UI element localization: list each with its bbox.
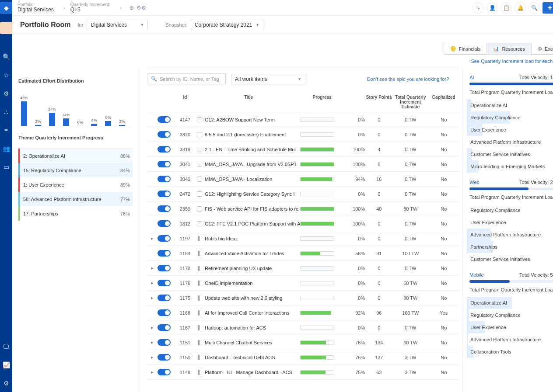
- clipboard-icon[interactable]: 📋: [500, 2, 512, 14]
- col-capitalized[interactable]: Capitalized: [428, 95, 459, 109]
- row-title[interactable]: MMA_OPS_JAVA - Upgrade from V2.0SP1: [205, 162, 297, 167]
- include-toggle[interactable]: [158, 235, 171, 242]
- program-line[interactable]: Customer Service Initiatives0%: [469, 253, 553, 265]
- program-line[interactable]: Regulatory Compliance41%: [469, 111, 553, 124]
- expand-icon[interactable]: ▸: [147, 280, 158, 286]
- row-title[interactable]: AI for Improved Call Center Interactions: [205, 310, 289, 316]
- row-title[interactable]: Retirement planning UX update: [205, 266, 272, 271]
- col-progress[interactable]: Progress: [300, 95, 344, 109]
- row-title[interactable]: G12: FFE V2.1 POC Platform Support with …: [205, 221, 300, 226]
- user-avatar[interactable]: [0, 22, 12, 34]
- expand-icon[interactable]: ▸: [147, 340, 158, 345]
- tab-financials[interactable]: 🪙Financials: [444, 43, 487, 55]
- col-story-points[interactable]: Story Points: [365, 95, 393, 109]
- create-button[interactable]: ✚Create: [542, 2, 553, 14]
- include-toggle[interactable]: [158, 161, 171, 167]
- expand-icon[interactable]: ▸: [147, 369, 158, 375]
- program-name[interactable]: Mobile: [469, 272, 483, 278]
- snapshot-select[interactable]: Corporate Strategy 2021▼: [191, 20, 263, 30]
- program-line[interactable]: Partnerships25%: [469, 241, 553, 253]
- bell-icon[interactable]: 🔔: [514, 2, 526, 14]
- theme-row[interactable]: 17: Partnerships78%: [18, 206, 133, 221]
- theme-row[interactable]: 58: Advanced Platform Infrastructure77%: [18, 192, 133, 206]
- row-title[interactable]: 8.5.5 and 2.1 (forecaster) Enablement: [205, 132, 286, 137]
- expand-icon[interactable]: ▸: [147, 265, 158, 271]
- tab-execution[interactable]: ◎Execution: [531, 43, 553, 55]
- search-input[interactable]: 🔍Search by ID, Name, or Tag: [147, 73, 226, 84]
- monitor-icon[interactable]: 🖵: [1, 341, 11, 352]
- row-title[interactable]: FIS - Web service API for FIS adapters t…: [205, 206, 298, 212]
- breadcrumb-portfolio[interactable]: Portfolio: Digital Services: [18, 2, 54, 13]
- program-name[interactable]: AI: [469, 75, 474, 80]
- include-toggle[interactable]: [158, 280, 171, 286]
- row-title[interactable]: Advanced Voice Activation for Trades: [205, 251, 284, 256]
- strategy-icon[interactable]: ⚙: [1, 88, 11, 99]
- breadcrumb-quarterly-increment[interactable]: Quarterly Increment: QI-5: [70, 2, 110, 13]
- row-title[interactable]: MMA_OPS_JAVA - Localization: [205, 177, 272, 182]
- program-line[interactable]: Advanced Platform Infrastructure1%: [469, 333, 553, 346]
- work-items-filter[interactable]: All work items▼: [231, 74, 305, 84]
- program-line[interactable]: User Experience17%: [469, 321, 553, 333]
- favorites-icon[interactable]: ☆: [1, 70, 11, 80]
- theme-row[interactable]: 1: User Experience89%: [18, 177, 133, 192]
- program-line[interactable]: Operationalize AI4%: [469, 99, 553, 111]
- program-line[interactable]: Advanced Platform Infrastructure23%: [469, 229, 553, 241]
- include-toggle[interactable]: [158, 131, 171, 138]
- include-toggle[interactable]: [158, 324, 171, 331]
- bar[interactable]: [119, 125, 125, 126]
- include-toggle[interactable]: [158, 250, 171, 257]
- row-title[interactable]: G12: A2BOW Support New Term: [205, 117, 275, 122]
- program-line[interactable]: Regulatory Compliance2%: [469, 309, 553, 321]
- missing-epic-link[interactable]: Don't see the epic you are looking for?: [367, 76, 449, 82]
- profile-icon[interactable]: 👤: [486, 2, 498, 14]
- portfolio-icon[interactable]: ⛬: [1, 107, 11, 117]
- theme-row[interactable]: 15: Regulatory Compliance84%: [18, 163, 133, 177]
- program-line[interactable]: Collaboration Tools6%: [469, 346, 553, 358]
- row-title[interactable]: Multi Channel Chatbot Services: [205, 340, 272, 345]
- include-toggle[interactable]: [158, 176, 171, 182]
- search-icon[interactable]: 🔍: [1, 52, 11, 62]
- plus-icon[interactable]: ⊕: [130, 5, 134, 11]
- include-toggle[interactable]: [158, 205, 171, 212]
- program-line[interactable]: Micro-lending in Emerging Markets11%: [469, 160, 553, 173]
- tab-resources[interactable]: 📊Resources: [487, 43, 531, 55]
- program-line[interactable]: Regulatory Compliance0%: [469, 204, 553, 216]
- bar[interactable]: [105, 121, 111, 126]
- bar[interactable]: [91, 124, 97, 126]
- program-line[interactable]: Advanced Platform Infrastructure0%: [469, 136, 553, 148]
- program-line[interactable]: User Experience15%: [469, 124, 553, 136]
- program-icon[interactable]: ⚭: [1, 125, 11, 135]
- row-title[interactable]: 2.1 - EN - Time Banking and Schedule Mul: [205, 147, 296, 152]
- row-title[interactable]: Dashboard - Technical Debt ACS: [205, 355, 275, 360]
- col-title[interactable]: Title: [194, 95, 300, 109]
- qi-load-link[interactable]: See Quarterly Increment load for each Pr…: [471, 59, 553, 64]
- include-toggle[interactable]: [158, 146, 171, 153]
- row-title[interactable]: Rob's big Ideaz: [205, 236, 238, 241]
- row-title[interactable]: OneID implementation: [205, 281, 252, 286]
- theme-row[interactable]: 2: Operationalize AI88%: [18, 149, 133, 163]
- row-title[interactable]: Platform - UI - Manage Dashboard - ACS: [205, 370, 292, 375]
- bar[interactable]: [63, 118, 69, 126]
- gears-icon[interactable]: ⚙⚙: [136, 5, 146, 11]
- expand-icon[interactable]: ▸: [147, 295, 158, 301]
- team-icon[interactable]: 👥: [1, 143, 11, 154]
- include-toggle[interactable]: [158, 265, 171, 271]
- include-toggle[interactable]: [158, 339, 171, 346]
- program-line[interactable]: User Experience0%: [469, 216, 553, 229]
- include-toggle[interactable]: [158, 220, 171, 227]
- program-line[interactable]: Customer Service Initiatives5%: [469, 148, 553, 160]
- row-title[interactable]: Update web site with new 2.0 styling: [205, 295, 282, 301]
- col-id[interactable]: Id: [176, 95, 194, 109]
- include-toggle[interactable]: [158, 116, 171, 123]
- include-toggle[interactable]: [158, 295, 171, 301]
- reports-icon[interactable]: 📈: [1, 360, 11, 370]
- col-estimate[interactable]: Total Quarterly Increment Estimate: [393, 95, 428, 109]
- include-toggle[interactable]: [158, 309, 171, 316]
- include-toggle[interactable]: [158, 369, 171, 375]
- bar[interactable]: [35, 125, 41, 126]
- portfolio-select[interactable]: Digital Services▼: [87, 20, 148, 30]
- expand-icon[interactable]: ▸: [147, 236, 158, 241]
- expand-icon[interactable]: ▸: [147, 354, 158, 360]
- card-icon[interactable]: ▭: [1, 162, 11, 172]
- search-top-icon[interactable]: 🔍: [528, 2, 540, 14]
